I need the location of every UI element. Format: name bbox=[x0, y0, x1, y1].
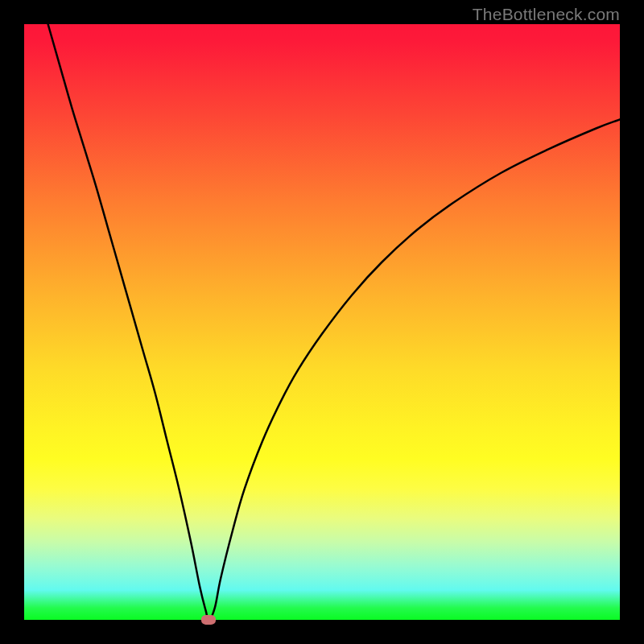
bottleneck-curve bbox=[24, 24, 620, 620]
watermark-text: TheBottleneck.com bbox=[473, 5, 620, 24]
plot-area bbox=[24, 24, 620, 620]
optimal-point-marker bbox=[201, 615, 216, 625]
